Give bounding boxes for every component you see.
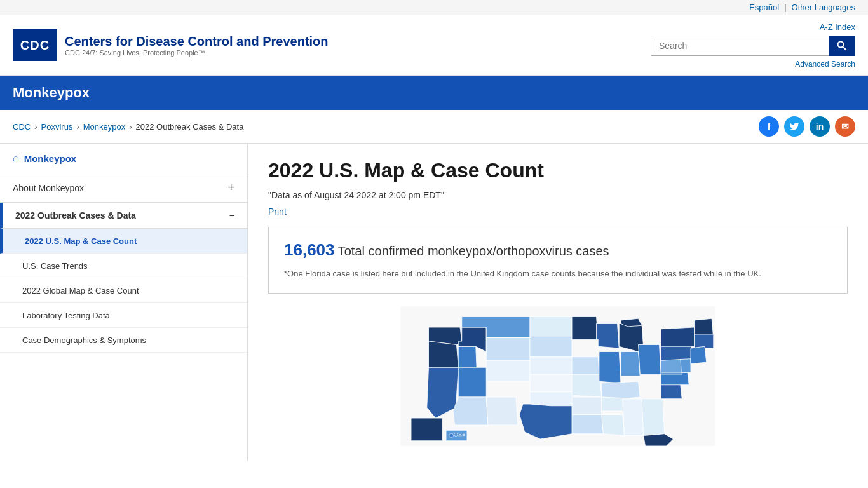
breadcrumb-poxvirus[interactable]: Poxvirus (41, 122, 73, 132)
facebook-icon[interactable]: f (759, 116, 779, 137)
svg-marker-13 (458, 367, 486, 397)
svg-marker-26 (599, 351, 621, 383)
print-button[interactable]: Print (268, 207, 287, 217)
blue-banner: Monkeypox (0, 76, 868, 110)
svg-marker-12 (486, 360, 530, 381)
sidebar-sub-item-4[interactable]: Case Demographics & Symptoms (0, 328, 247, 353)
case-count-headline: 16,603 Total confirmed monkeypox/orthopo… (284, 240, 832, 260)
sidebar-sub-link-3[interactable]: Laboratory Testing Data (22, 311, 110, 320)
svg-point-53 (463, 433, 465, 435)
breadcrumb-monkeypox[interactable]: Monkeypox (83, 122, 125, 132)
data-date: "Data as of August 24 2022 at 2:00 pm ED… (268, 190, 848, 200)
logo-text: Centers for Disease Control and Preventi… (65, 34, 329, 57)
breadcrumb-cdc[interactable]: CDC (13, 122, 31, 132)
case-count-number: 16,603 (284, 240, 335, 259)
sidebar-sub-link-1[interactable]: U.S. Case Trends (22, 261, 88, 271)
svg-point-51 (454, 433, 458, 437)
us-map-svg (268, 306, 848, 446)
svg-marker-46 (695, 334, 714, 348)
sidebar-outbreak-label: 2022 Outbreak Cases & Data (15, 210, 136, 220)
home-icon: ⌂ (13, 152, 19, 164)
logo-area: CDC Centers for Disease Control and Prev… (13, 29, 329, 61)
svg-marker-33 (572, 397, 602, 415)
sidebar-section-outbreak[interactable]: 2022 Outbreak Cases & Data − (0, 203, 247, 229)
espanol-link[interactable]: Español (749, 3, 779, 12)
sidebar-sub-link-4[interactable]: Case Demographics & Symptoms (22, 336, 146, 345)
breadcrumb-current: 2022 Outbreak Cases & Data (136, 122, 244, 132)
svg-marker-19 (530, 374, 574, 392)
advanced-search-link[interactable]: Advanced Search (795, 60, 855, 69)
breadcrumb-bar: CDC › Poxvirus › Monkeypox › 2022 Outbre… (0, 110, 868, 144)
svg-text:CDC: CDC (20, 38, 50, 52)
top-bar: Español | Other Languages (0, 0, 868, 15)
chevron-icon-3: › (129, 122, 132, 132)
svg-marker-35 (602, 414, 625, 435)
chevron-icon: › (34, 122, 37, 132)
svg-marker-24 (572, 374, 602, 397)
minus-icon: − (229, 210, 234, 220)
main-layout: ⌂ Monkeypox About Monkeypox + 2022 Outbr… (0, 144, 868, 461)
breadcrumb: CDC › Poxvirus › Monkeypox › 2022 Outbre… (13, 122, 243, 132)
svg-marker-47 (691, 346, 707, 364)
svg-marker-30 (639, 344, 661, 374)
svg-marker-14 (453, 397, 488, 425)
other-languages-link[interactable]: Other Languages (792, 3, 855, 12)
svg-marker-17 (530, 336, 572, 356)
svg-marker-31 (602, 381, 641, 399)
svg-marker-6 (429, 341, 459, 367)
svg-marker-34 (572, 414, 604, 433)
search-area (651, 36, 855, 56)
social-icons: f in ✉ (759, 116, 855, 137)
svg-point-52 (459, 434, 461, 437)
case-count-box: 16,603 Total confirmed monkeypox/orthopo… (268, 227, 848, 294)
search-button[interactable] (829, 36, 855, 56)
chevron-icon-2: › (76, 122, 79, 132)
svg-marker-37 (642, 398, 665, 435)
sidebar-home[interactable]: ⌂ Monkeypox (0, 144, 247, 173)
sidebar-sub: 2022 U.S. Map & Case Count U.S. Case Tre… (0, 229, 247, 353)
sidebar-sub-item-2[interactable]: 2022 Global Map & Case Count (0, 278, 247, 303)
svg-marker-29 (621, 351, 640, 376)
case-count-text: Total confirmed monkeypox/orthopoxvirus … (338, 244, 609, 258)
us-map (268, 306, 848, 446)
header: CDC Centers for Disease Control and Prev… (0, 15, 868, 76)
svg-line-3 (843, 47, 846, 50)
plus-icon: + (227, 181, 234, 194)
sidebar-home-link[interactable]: Monkeypox (24, 153, 77, 164)
sidebar-sub-item-0[interactable]: 2022 U.S. Map & Case Count (0, 229, 247, 254)
separator: | (784, 3, 786, 12)
sidebar: ⌂ Monkeypox About Monkeypox + 2022 Outbr… (0, 144, 248, 461)
az-index-link[interactable]: A-Z Index (820, 22, 855, 32)
sidebar-sub-link-2[interactable]: 2022 Global Map & Case Count (22, 286, 139, 295)
content-area: 2022 U.S. Map & Case Count "Data as of A… (248, 144, 868, 461)
linkedin-icon[interactable]: in (810, 116, 830, 137)
tagline: CDC 24/7: Saving Lives, Protecting Peopl… (65, 49, 329, 57)
sidebar-sub-item-3[interactable]: Laboratory Testing Data (0, 303, 247, 328)
sidebar-sub-link-0[interactable]: 2022 U.S. Map & Case Count (25, 236, 137, 246)
svg-marker-36 (623, 398, 644, 435)
header-right: A-Z Index Advanced Search (651, 22, 855, 69)
svg-marker-11 (486, 337, 530, 360)
search-input[interactable] (651, 36, 829, 56)
advanced-search: Advanced Search (795, 60, 855, 69)
cdc-logo: CDC (13, 29, 57, 61)
org-name: Centers for Disease Control and Preventi… (65, 34, 329, 49)
sidebar-item-about[interactable]: About Monkeypox + (0, 173, 247, 203)
svg-marker-23 (572, 356, 599, 374)
svg-marker-39 (661, 383, 682, 399)
az-index: A-Z Index (820, 22, 855, 32)
sidebar-about-link[interactable]: About Monkeypox (13, 183, 84, 193)
svg-marker-25 (597, 323, 620, 348)
twitter-icon[interactable] (784, 116, 804, 137)
page-title: 2022 U.S. Map & Case Count (268, 159, 848, 182)
svg-marker-22 (572, 316, 598, 339)
svg-marker-42 (661, 358, 682, 374)
svg-marker-20 (530, 391, 577, 405)
case-count-note: *One Florida case is listed here but inc… (284, 268, 832, 280)
svg-marker-44 (661, 327, 696, 346)
svg-point-50 (449, 433, 454, 438)
banner-title: Monkeypox (13, 85, 855, 101)
svg-marker-18 (530, 356, 574, 374)
email-icon[interactable]: ✉ (835, 116, 855, 137)
sidebar-sub-item-1[interactable]: U.S. Case Trends (0, 254, 247, 278)
